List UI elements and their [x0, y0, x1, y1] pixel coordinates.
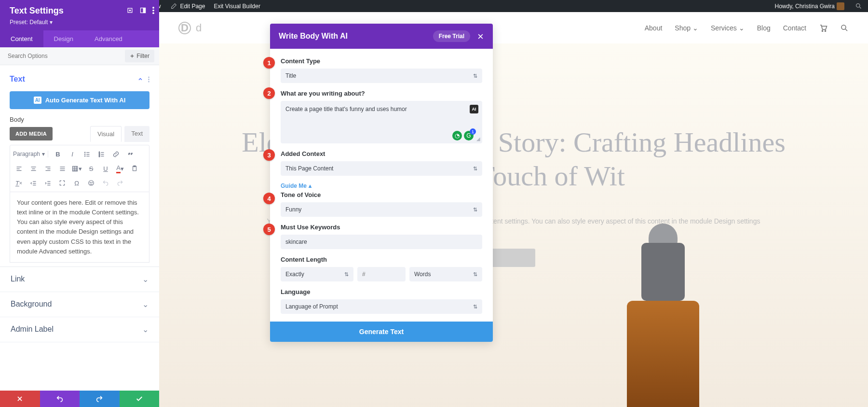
cancel-button[interactable]: [0, 391, 40, 407]
paragraph-select[interactable]: Paragraph▾: [13, 151, 48, 157]
dock-icon[interactable]: [139, 7, 147, 14]
page-preview: Dd About Shop⌄ Services⌄ Blog Contact El…: [159, 12, 868, 407]
svg-point-3: [129, 10, 131, 11]
link-icon[interactable]: [110, 148, 122, 160]
wpbar-exit-builder[interactable]: Exit Visual Builder: [211, 3, 263, 10]
avatar: [837, 2, 844, 10]
sort-icon: ⇅: [473, 271, 477, 278]
section-more-icon[interactable]: [148, 76, 149, 83]
filter-button[interactable]: Filter: [125, 50, 154, 62]
cart-icon[interactable]: [819, 24, 827, 32]
search-icon[interactable]: [840, 24, 849, 32]
nav-about[interactable]: About: [645, 24, 663, 32]
keywords-label: Must Use Keywords: [281, 224, 482, 231]
accordion-admin-label[interactable]: Admin Label⌄: [0, 317, 159, 342]
about-textarea[interactable]: [285, 106, 477, 137]
ol-icon[interactable]: 123: [95, 148, 107, 160]
keywords-input[interactable]: [281, 235, 482, 249]
sort-icon: ⇅: [473, 207, 477, 213]
align-left-icon[interactable]: [13, 163, 25, 174]
accordion-link[interactable]: Link⌄: [0, 267, 159, 292]
text-color-icon[interactable]: A▾: [114, 163, 126, 174]
tab-content[interactable]: Content: [0, 30, 43, 47]
guide-me-toggle[interactable]: Guide Me▴: [281, 182, 482, 189]
undo-button[interactable]: [40, 391, 80, 407]
language-select[interactable]: Language of Prompt⇅: [281, 299, 482, 314]
svg-point-22: [90, 182, 91, 182]
clear-format-icon[interactable]: T×: [13, 177, 25, 189]
ai-modal: Write Body With AI Free Trial Content Ty…: [270, 24, 493, 342]
save-button[interactable]: [120, 391, 160, 407]
grammarly-status-icon: G: [464, 131, 474, 140]
length-label: Content Length: [281, 256, 482, 263]
align-justify-icon[interactable]: [56, 163, 68, 174]
expand-icon[interactable]: [126, 7, 134, 14]
callout-1: 1: [263, 57, 275, 69]
callout-5: 5: [263, 224, 275, 235]
italic-icon[interactable]: I: [67, 148, 78, 160]
ai-chip-icon: AI: [34, 97, 41, 104]
site-logo[interactable]: Dd: [178, 22, 202, 34]
special-char-icon[interactable]: Ω: [71, 177, 82, 189]
outdent-icon[interactable]: [27, 177, 39, 189]
align-center-icon[interactable]: [27, 163, 39, 174]
editor-content[interactable]: Your content goes here. Edit or remove t…: [10, 192, 149, 263]
ai-assist-icon[interactable]: AI: [470, 105, 478, 113]
length-unit-select[interactable]: Words⇅: [409, 267, 482, 281]
chevron-down-icon: ⌄: [142, 275, 149, 284]
wpbar-edit-page[interactable]: Edit Page: [166, 2, 208, 11]
bold-icon[interactable]: B: [52, 148, 64, 160]
more-icon[interactable]: [152, 7, 154, 14]
undo-icon[interactable]: [100, 177, 111, 189]
content-type-select[interactable]: Title⇅: [281, 69, 482, 83]
svg-point-8: [152, 12, 154, 14]
svg-rect-5: [143, 8, 145, 13]
tab-advanced[interactable]: Advanced: [84, 30, 133, 47]
free-trial-badge[interactable]: Free Trial: [433, 30, 470, 42]
preset-toggle[interactable]: Preset: Default ▾: [10, 19, 151, 26]
tab-design[interactable]: Design: [43, 30, 84, 47]
wpbar-greeting[interactable]: Howdy, Christina Gwira: [772, 2, 847, 10]
strikethrough-icon[interactable]: S: [85, 163, 97, 174]
nav-shop[interactable]: Shop⌄: [675, 24, 698, 32]
generate-button[interactable]: Generate Text: [270, 322, 493, 342]
redo-icon[interactable]: [114, 177, 126, 189]
tone-select[interactable]: Funny⇅: [281, 202, 482, 217]
close-icon[interactable]: [477, 33, 484, 40]
add-media-button[interactable]: ADD MEDIA: [10, 127, 53, 140]
table-icon[interactable]: ▾: [71, 163, 82, 174]
editor-tab-text[interactable]: Text: [124, 126, 149, 142]
nav-contact[interactable]: Contact: [783, 24, 806, 32]
length-number-input[interactable]: [357, 267, 406, 281]
svg-point-24: [822, 30, 823, 31]
chevron-up-icon: ▴: [309, 182, 312, 189]
nav-services[interactable]: Services⌄: [711, 24, 745, 32]
indent-icon[interactable]: [42, 177, 54, 189]
grammarly-badge[interactable]: ◔ G: [452, 131, 474, 140]
hero-cta-button[interactable]: [492, 249, 535, 267]
nav-blog[interactable]: Blog: [757, 24, 771, 32]
context-select[interactable]: This Page Content⇅: [281, 161, 482, 176]
underline-icon[interactable]: U: [100, 163, 111, 174]
accordion-background[interactable]: Background⌄: [0, 292, 159, 317]
emoji-icon[interactable]: [85, 177, 97, 189]
length-mode-select[interactable]: Exactly⇅: [281, 267, 353, 281]
quote-icon[interactable]: [124, 148, 136, 160]
search-input[interactable]: [0, 47, 125, 65]
editor-tab-visual[interactable]: Visual: [90, 126, 122, 142]
paste-icon[interactable]: [129, 163, 140, 174]
about-label: What are you writing about?: [281, 90, 482, 97]
auto-generate-button[interactable]: AI Auto Generate Text With AI: [10, 91, 149, 109]
wpbar-search-icon[interactable]: [852, 2, 865, 10]
fullscreen-icon[interactable]: [56, 177, 68, 189]
redo-button[interactable]: [80, 391, 120, 407]
svg-point-13: [84, 154, 85, 154]
ul-icon[interactable]: [81, 148, 93, 160]
collapse-icon[interactable]: [137, 76, 143, 83]
align-right-icon[interactable]: [42, 163, 54, 174]
tone-label: Tone of Voice: [281, 191, 482, 198]
svg-point-1: [856, 4, 860, 8]
svg-point-12: [84, 152, 85, 153]
resize-handle-icon[interactable]: ◢: [476, 136, 480, 141]
site-navbar: Dd About Shop⌄ Services⌄ Blog Contact: [159, 12, 868, 43]
